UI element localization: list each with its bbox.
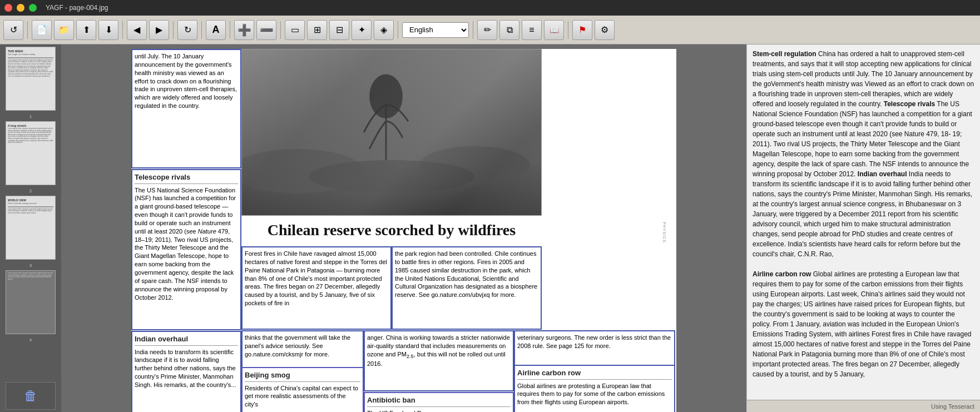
thumbnail-4[interactable]: Lorem ipsum dolor sit amet consectetur a…	[6, 270, 56, 334]
wildfire-image	[241, 49, 542, 216]
forest-fires-col1-article: Forest fires in Chile have ravaged almos…	[241, 246, 392, 330]
thumbnail-3-label: 3	[29, 263, 32, 268]
page-side-text: PHYSICS	[663, 222, 667, 243]
anger-china-text: anger. China is working towards a strict…	[367, 334, 511, 368]
open-file-button[interactable]: 📄	[32, 20, 52, 40]
stem-cell-text: until July. The 10 January announcement …	[135, 52, 238, 110]
indian-overhaul-article: Indian overhaul India needs to transform…	[131, 331, 241, 412]
settings-button[interactable]: ⚙	[595, 20, 615, 40]
airline-carbon-title: Airline carbon row	[517, 368, 672, 380]
flag-button[interactable]: ⚑	[572, 20, 592, 40]
indian-overhaul-text: India needs to transform its scientific …	[135, 348, 238, 389]
beijing-smog-title: Beijing smog	[245, 370, 360, 382]
antibiotic-ban-article: Antibiotic ban The US Food and Drug...	[364, 392, 514, 412]
document-view[interactable]: until July. The 10 January announcement …	[61, 44, 746, 412]
thumbnail-2[interactable]: A long stretch Lorem ipsum dolor sit ame…	[6, 121, 56, 185]
window-title: YAGF - page-004.jpg	[46, 4, 108, 12]
airline-carbon-row-article: Airline carbon row Global airlines are p…	[514, 365, 675, 412]
copy-button[interactable]: ⧉	[499, 20, 519, 40]
thumbnail-1-label: 1	[29, 114, 32, 119]
maximize-button[interactable]	[29, 4, 37, 12]
font-size-button[interactable]: A	[206, 20, 226, 40]
antibiotic-ban-text: The US Food and Drug...	[367, 409, 511, 412]
telescope-rivals-article: Telescope rivals The US National Science…	[131, 169, 241, 330]
antibiotic-ban-title: Antibiotic ban	[367, 395, 511, 407]
rect-select-button[interactable]: ▭	[285, 20, 305, 40]
grid-3col-button[interactable]: ⊟	[329, 20, 349, 40]
thumbnails-panel: THIS WEEK Get tough on nuclear safety Lo…	[0, 44, 61, 412]
beijing-smog-article: Beijing smog Residents of China's capita…	[241, 367, 364, 412]
stem-cell-article: until July. The 10 January announcement …	[131, 49, 241, 168]
open-folder-button[interactable]: 📁	[54, 20, 74, 40]
delete-button[interactable]: 🗑	[6, 382, 56, 410]
rotate-left-button[interactable]: ↺	[3, 20, 23, 40]
indian-overhaul-title: Indian overhaul	[135, 334, 238, 346]
thinks-gov-text: thinks that the government will take the…	[245, 334, 360, 359]
ocr-status-bar: Using Tesseract	[747, 400, 980, 412]
thumbnail-2-label: 2	[29, 188, 32, 193]
forest-fires-col2-article: the park region had been controlled. Chi…	[392, 246, 542, 330]
headline-text: Chilean reserve scorched by wildfires	[268, 221, 516, 239]
next-page-button[interactable]: ▶	[149, 20, 169, 40]
add-zone-button[interactable]: ➕	[234, 20, 254, 40]
minimize-button[interactable]	[17, 4, 24, 12]
thumbnail-1[interactable]: THIS WEEK Get tough on nuclear safety Lo…	[6, 47, 56, 111]
ocr-output: Stem-cell regulation China has ordered a…	[753, 49, 974, 259]
svg-point-2	[369, 74, 403, 118]
download-button[interactable]: ⬇	[98, 20, 118, 40]
text-block-button[interactable]: ≡	[522, 20, 542, 40]
close-button[interactable]	[4, 4, 12, 12]
page-canvas: until July. The 10 January announcement …	[131, 49, 676, 412]
titlebar: YAGF - page-004.jpg	[0, 0, 980, 16]
main-headline: Chilean reserve scorched by wildfires	[241, 216, 542, 242]
prev-page-button[interactable]: ◀	[127, 20, 147, 40]
remove-zone-button[interactable]: ➖	[256, 20, 276, 40]
vet-surgeons-text: veterinary surgeons. The new order is le…	[517, 334, 672, 350]
ocr-text-area[interactable]: Stem-cell regulation China has ordered a…	[747, 44, 980, 400]
ocr-panel: Stem-cell regulation China has ordered a…	[746, 44, 980, 412]
telescope-rivals-text: The US National Science Foundation (NSF)…	[135, 186, 238, 302]
ocr-engine-label: Using Tesseract	[931, 403, 974, 410]
thumbnail-3[interactable]: WORLD VIEW Don't treat life-saving scien…	[6, 196, 56, 260]
recognize-sel-button[interactable]: ◈	[374, 20, 394, 40]
svg-point-5	[309, 160, 475, 193]
ocr-run-button[interactable]: 📖	[544, 20, 564, 40]
pencil-button[interactable]: ✏	[477, 20, 497, 40]
toolbar: ↺ 📄 📁 ⬆ ⬇ ◀ ▶ ↻ A ➕ ➖ ▭ ⊞ ⊟ ✦ ◈ English …	[0, 16, 980, 44]
airline-carbon-text: Global airlines are protesting a Europea…	[517, 382, 672, 407]
thumbnail-4-label: 4	[29, 337, 32, 342]
grid-2col-button[interactable]: ⊞	[307, 20, 327, 40]
main-area: THIS WEEK Get tough on nuclear safety Lo…	[0, 44, 980, 412]
forest-fires-col2-text: the park region had been controlled. Chi…	[395, 250, 538, 299]
upload-button[interactable]: ⬆	[76, 20, 96, 40]
recognize-all-button[interactable]: ✦	[352, 20, 372, 40]
rotate-right-button[interactable]: ↻	[177, 20, 197, 40]
ocr-output-2: Airline carbon row Global airlines are p…	[753, 269, 974, 379]
telescope-rivals-title: Telescope rivals	[135, 172, 238, 184]
forest-fires-col1-text: Forest fires in Chile have ravaged almos…	[245, 250, 388, 307]
beijing-smog-text: Residents of China's capital can expect …	[245, 384, 360, 409]
language-select[interactable]: English German French Spanish Italian Ru…	[402, 22, 469, 38]
anger-china-article: anger. China is working towards a strict…	[364, 330, 514, 391]
